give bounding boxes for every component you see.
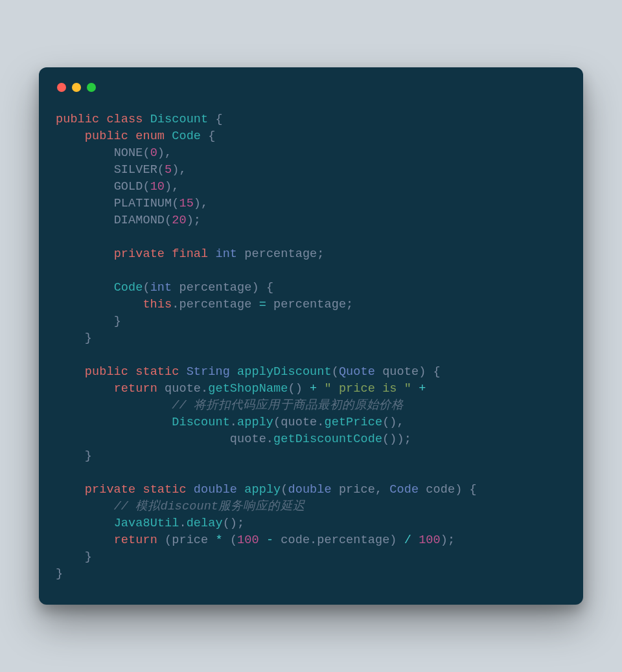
- code-line: quote.getDiscountCode());: [56, 431, 566, 448]
- code-token: }: [56, 567, 63, 581]
- code-token: PLATINUM: [114, 197, 172, 210]
- code-token: delay: [187, 517, 223, 530]
- code-token: (: [230, 533, 237, 547]
- code-token: static: [135, 365, 179, 379]
- code-token: int: [150, 281, 172, 295]
- code-token: Discount: [172, 416, 230, 429]
- code-token: .: [230, 416, 237, 429]
- code-token: Code: [389, 483, 419, 497]
- code-line: return quote.getShopName() + " price is …: [56, 381, 566, 398]
- code-token: 20: [172, 214, 186, 227]
- code-token: static: [143, 483, 186, 497]
- code-token: enum: [135, 129, 165, 143]
- code-token: percentage: [244, 247, 317, 261]
- code-token: return: [114, 533, 157, 547]
- code-token: (: [172, 197, 179, 210]
- code-line: // 模拟discount服务响应的延迟: [56, 498, 566, 515]
- code-token: apply: [237, 416, 273, 429]
- code-token: code: [281, 533, 310, 547]
- code-token: quote: [281, 416, 317, 429]
- code-token: (: [165, 533, 172, 547]
- code-token: (: [332, 365, 339, 379]
- code-token: public: [56, 113, 99, 126]
- code-token: Quote: [339, 365, 375, 379]
- code-token: ();: [223, 517, 245, 530]
- code-token: {: [470, 483, 477, 497]
- code-token: );: [187, 214, 201, 227]
- code-token: (: [165, 214, 172, 227]
- code-token: );: [441, 533, 455, 547]
- code-token: ),: [194, 197, 208, 210]
- code-token: private: [114, 247, 165, 261]
- window-close-dot[interactable]: [57, 83, 66, 92]
- code-token: NONE: [114, 146, 143, 160]
- code-token: {: [215, 113, 222, 126]
- code-token: }: [114, 315, 121, 328]
- code-token: {: [266, 281, 273, 295]
- code-line: }: [56, 330, 566, 347]
- code-token: (: [157, 163, 165, 177]
- code-token: ): [389, 533, 397, 547]
- code-line: // 将折扣代码应用于商品最初的原始价格: [56, 398, 566, 414]
- code-line: SILVER(5),: [56, 162, 566, 179]
- window-titlebar: [57, 82, 566, 93]
- code-token: // 将折扣代码应用于商品最初的原始价格: [172, 399, 404, 412]
- code-token: String: [187, 365, 230, 379]
- code-line: private static double apply(double price…: [56, 482, 566, 498]
- code-token: ());: [382, 432, 411, 446]
- code-token: Discount: [150, 113, 209, 126]
- code-token: quote: [382, 365, 419, 379]
- code-token: public: [85, 129, 128, 143]
- code-line: GOLD(10),: [56, 179, 566, 196]
- code-token: 100: [419, 533, 441, 547]
- code-line: [56, 465, 566, 482]
- code-token: percentage: [179, 281, 251, 295]
- code-token: code: [426, 483, 455, 497]
- code-line: public class Discount {: [56, 111, 566, 128]
- code-token: .: [179, 517, 186, 530]
- code-token: getShopName: [208, 382, 288, 396]
- code-line: public static String applyDiscount(Quote…: [56, 364, 566, 381]
- code-token: =: [259, 298, 266, 311]
- code-token: return: [114, 382, 157, 396]
- code-token: " price is ": [325, 382, 411, 396]
- code-token: .: [310, 533, 317, 547]
- code-token: getPrice: [325, 416, 383, 429]
- code-token: }: [85, 550, 92, 564]
- code-token: +: [419, 382, 426, 396]
- code-token: Java8Util: [114, 517, 179, 530]
- code-token: int: [215, 247, 237, 261]
- code-token: *: [215, 533, 222, 547]
- code-token: /: [404, 533, 411, 547]
- code-token: price: [339, 483, 375, 497]
- code-line: PLATINUM(15),: [56, 196, 566, 212]
- code-block: public class Discount { public enum Code…: [56, 111, 566, 583]
- code-token: 5: [165, 163, 172, 177]
- code-line: [56, 229, 566, 246]
- window-minimize-dot[interactable]: [72, 83, 81, 92]
- code-token: }: [85, 331, 92, 345]
- code-token: (): [288, 382, 303, 396]
- code-token: price: [172, 533, 208, 547]
- code-token: {: [433, 365, 441, 379]
- code-token: ): [455, 483, 462, 497]
- code-token: ),: [157, 146, 172, 160]
- code-token: (: [143, 146, 150, 160]
- code-line: Java8Util.delay();: [56, 515, 566, 532]
- code-token: .: [201, 382, 208, 396]
- code-token: DIAMOND: [114, 214, 165, 227]
- code-token: 100: [237, 533, 259, 547]
- code-token: ;: [317, 247, 324, 261]
- code-line: [56, 263, 566, 280]
- code-token: getDiscountCode: [273, 432, 382, 446]
- code-token: SILVER: [114, 163, 157, 177]
- code-token: private: [85, 483, 135, 497]
- code-token: apply: [244, 483, 281, 497]
- code-line: DIAMOND(20);: [56, 212, 566, 229]
- code-token: +: [310, 382, 317, 396]
- code-token: // 模拟discount服务响应的延迟: [114, 500, 305, 513]
- code-token: -: [266, 533, 273, 547]
- window-zoom-dot[interactable]: [87, 83, 96, 92]
- code-token: (: [273, 416, 281, 429]
- code-line: this.percentage = percentage;: [56, 297, 566, 313]
